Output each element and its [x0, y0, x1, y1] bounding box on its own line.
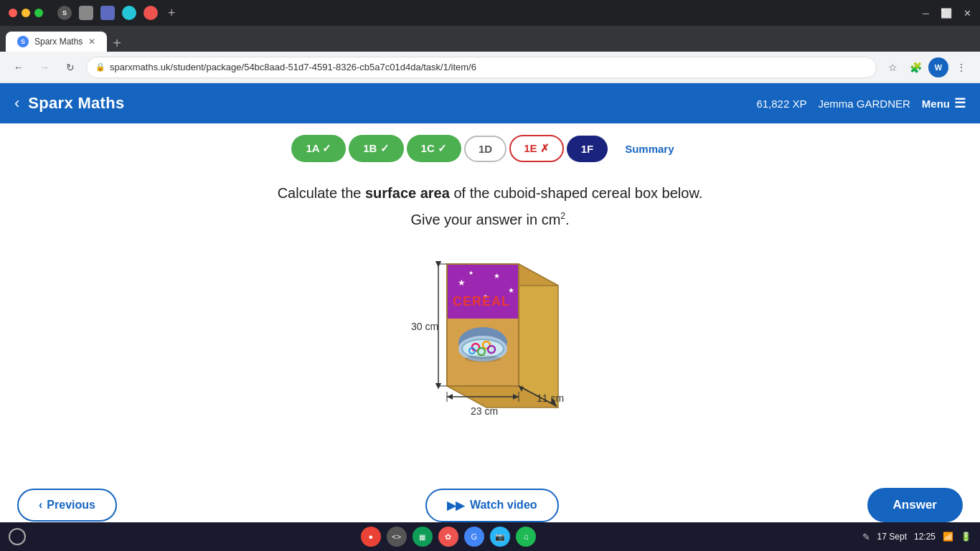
new-tab-btn[interactable]: +	[113, 35, 121, 52]
url-text: sparxmaths.uk/student/package/54bc8aad-5…	[110, 62, 476, 72]
svg-text:★: ★	[468, 270, 473, 276]
tab-label: Sparx Maths	[34, 37, 83, 47]
tab-1E[interactable]: 1E ✗	[509, 135, 564, 162]
question-text: Calculate the surface area of the cuboid…	[29, 182, 951, 204]
app-header: ‹ Sparx Maths 61,822 XP Jemma GARDNER Me…	[0, 83, 980, 123]
nav-bar: ← → ↻ 🔒 sparxmaths.uk/student/package/54…	[0, 52, 980, 83]
close-btn[interactable]: ✕	[963, 8, 971, 19]
reload-btn[interactable]: ↻	[60, 57, 80, 77]
previous-button[interactable]: ‹ Previous	[17, 489, 117, 522]
app-icon-4	[143, 6, 158, 20]
taskbar-apps: ● <> ▦ ✿ G 📷 ♫	[361, 527, 536, 547]
user-name: Jemma GARDNER	[818, 98, 910, 110]
taskbar-app6[interactable]: 📷	[490, 527, 510, 547]
app-title: Sparx Maths	[28, 94, 124, 113]
xp-label: 61,822 XP	[756, 98, 806, 110]
video-play-icon: ▶▶	[447, 499, 464, 512]
lock-icon: 🔒	[95, 62, 105, 72]
tab-1A[interactable]: 1A ✓	[291, 135, 346, 162]
cereal-box-diagram: ★ ★ ★ ★ ★ CEREAL	[375, 242, 605, 458]
taskbar-date: 17 Sept	[877, 532, 907, 542]
active-tab[interactable]: S Sparx Maths ✕	[6, 32, 107, 52]
hamburger-icon: ☰	[954, 95, 966, 111]
browser-titlebar: S + ─ ⬜ ✕	[0, 0, 980, 26]
tab-1D[interactable]: 1D	[464, 136, 507, 162]
taskbar-time: 12:25	[914, 532, 936, 542]
app-icon-2	[100, 6, 115, 20]
nav-right-icons: ☆ 🧩 W ⋮	[882, 57, 971, 77]
taskbar-launcher[interactable]	[9, 528, 26, 545]
forward-nav-btn[interactable]: →	[34, 57, 55, 77]
taskbar-chrome[interactable]: ●	[361, 527, 381, 547]
taskbar-spotify[interactable]: ♫	[516, 527, 536, 547]
app-icon-3	[122, 6, 136, 20]
sub-text: Give your answer in cm2.	[29, 211, 951, 228]
svg-marker-30	[447, 394, 453, 400]
svg-text:★: ★	[494, 272, 500, 280]
taskbar-wifi-icon: 📶	[943, 532, 953, 542]
minimize-btn[interactable]: ─	[923, 8, 929, 19]
extension-icon[interactable]: 🧩	[905, 57, 925, 77]
app-back-btn[interactable]: ‹	[14, 94, 19, 113]
main-content: Calculate the surface area of the cuboid…	[0, 168, 980, 465]
svg-text:23 cm: 23 cm	[471, 405, 498, 417]
tab-summary[interactable]: Summary	[611, 136, 688, 162]
watch-video-button[interactable]: ▶▶ Watch video	[425, 489, 559, 522]
back-nav-btn[interactable]: ←	[9, 57, 29, 77]
bottom-bar: ‹ Previous ▶▶ Watch video Answer	[0, 488, 980, 522]
svg-point-21	[465, 355, 501, 362]
taskbar-meet[interactable]: ▦	[413, 527, 433, 547]
svg-text:11 cm: 11 cm	[537, 392, 564, 404]
prev-chevron-icon: ‹	[39, 499, 42, 512]
menu-btn[interactable]: Menu ☰	[922, 95, 966, 111]
tab-close-icon[interactable]: ✕	[88, 37, 95, 47]
tab-favicon: S	[17, 36, 29, 47]
bookmark-icon[interactable]: ☆	[882, 57, 903, 77]
taskbar-app5[interactable]: G	[464, 527, 484, 547]
taskbar-terminal[interactable]: <>	[387, 527, 407, 547]
diagram-container: ★ ★ ★ ★ ★ CEREAL	[375, 242, 605, 465]
profile-nav-icon[interactable]: W	[928, 57, 948, 77]
svg-text:★: ★	[508, 286, 514, 294]
tab-1C[interactable]: 1C ✓	[407, 135, 461, 162]
tab-1B[interactable]: 1B ✓	[349, 135, 403, 162]
taskbar-battery-icon: 🔋	[961, 532, 971, 542]
task-tabs: 1A ✓ 1B ✓ 1C ✓ 1D 1E ✗ 1F Summary	[0, 123, 980, 168]
taskbar-app4[interactable]: ✿	[438, 527, 458, 547]
svg-text:30 cm: 30 cm	[411, 321, 438, 332]
answer-button[interactable]: Answer	[867, 488, 963, 522]
app-icon-1	[79, 6, 93, 20]
profile-icon: S	[57, 6, 72, 20]
svg-text:CEREAL: CEREAL	[453, 294, 510, 309]
more-options-icon[interactable]: ⋮	[951, 57, 971, 77]
tab-1F[interactable]: 1F	[567, 136, 608, 162]
tab-bar: S Sparx Maths ✕ +	[0, 26, 980, 52]
header-right: 61,822 XP Jemma GARDNER Menu ☰	[756, 95, 966, 111]
taskbar-pen-icon: ✎	[862, 532, 870, 542]
address-bar[interactable]: 🔒 sparxmaths.uk/student/package/54bc8aad…	[86, 57, 877, 78]
maximize-btn[interactable]: ⬜	[941, 8, 952, 19]
taskbar-right: ✎ 17 Sept 12:25 📶 🔋	[862, 532, 971, 542]
svg-text:★: ★	[458, 278, 466, 288]
os-taskbar: ● <> ▦ ✿ G 📷 ♫ ✎ 17 Sept 12:25 📶 🔋	[0, 522, 980, 551]
